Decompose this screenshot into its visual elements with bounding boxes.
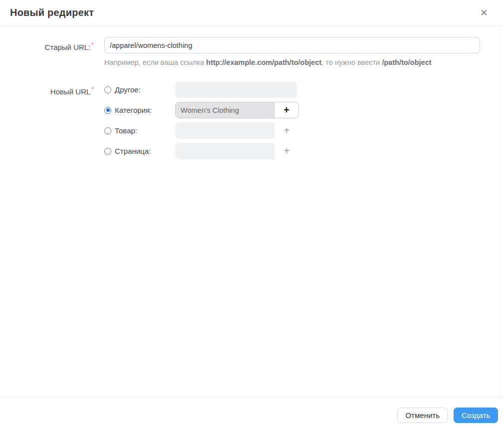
required-asterisk: * — [91, 41, 94, 48]
option-label-product: Товар: — [115, 126, 137, 135]
old-url-help-text: Например, если ваша ссылка http://exampl… — [104, 58, 480, 66]
add-page-button[interactable]: + — [274, 143, 299, 159]
option-row-category: Категория: + — [104, 102, 299, 118]
plus-icon: + — [284, 125, 290, 136]
radio-category[interactable] — [104, 107, 111, 114]
option-row-other: Другое: — [104, 81, 299, 98]
modal-footer: Отменить Создать — [0, 397, 504, 433]
new-url-label: Новый URL* — [0, 81, 94, 163]
plus-icon: + — [283, 104, 289, 116]
new-url-row: Новый URL* Другое: Категория: — [0, 81, 504, 163]
plus-icon: + — [284, 145, 290, 157]
required-asterisk: * — [91, 86, 94, 93]
product-input[interactable] — [175, 122, 274, 139]
radio-page[interactable] — [104, 148, 111, 155]
option-label-category: Категория: — [115, 106, 152, 114]
add-product-button[interactable]: + — [274, 122, 299, 139]
add-category-button[interactable]: + — [274, 102, 298, 118]
new-redirect-modal: Новый редирект ✕ Старый URL:* Например, … — [0, 0, 504, 433]
create-button[interactable]: Создать — [454, 408, 498, 423]
radio-other[interactable] — [104, 86, 111, 93]
cancel-button[interactable]: Отменить — [397, 408, 448, 423]
old-url-label: Старый URL:* — [0, 37, 94, 66]
radio-product[interactable] — [104, 127, 111, 134]
modal-body: Старый URL:* Например, если ваша ссылка … — [0, 26, 504, 397]
modal-header: Новый редирект ✕ — [0, 0, 504, 26]
close-icon[interactable]: ✕ — [475, 6, 493, 19]
option-row-page: Страница: + — [104, 143, 299, 159]
option-label-page: Страница: — [115, 147, 151, 155]
old-url-row: Старый URL:* Например, если ваша ссылка … — [0, 37, 504, 66]
option-label-other: Другое: — [115, 85, 141, 94]
option-row-product: Товар: + — [104, 122, 299, 139]
old-url-input[interactable] — [104, 37, 480, 53]
page-input[interactable] — [175, 143, 274, 159]
other-url-input[interactable] — [175, 81, 297, 98]
modal-title: Новый редирект — [10, 7, 94, 18]
category-input[interactable] — [176, 102, 274, 118]
